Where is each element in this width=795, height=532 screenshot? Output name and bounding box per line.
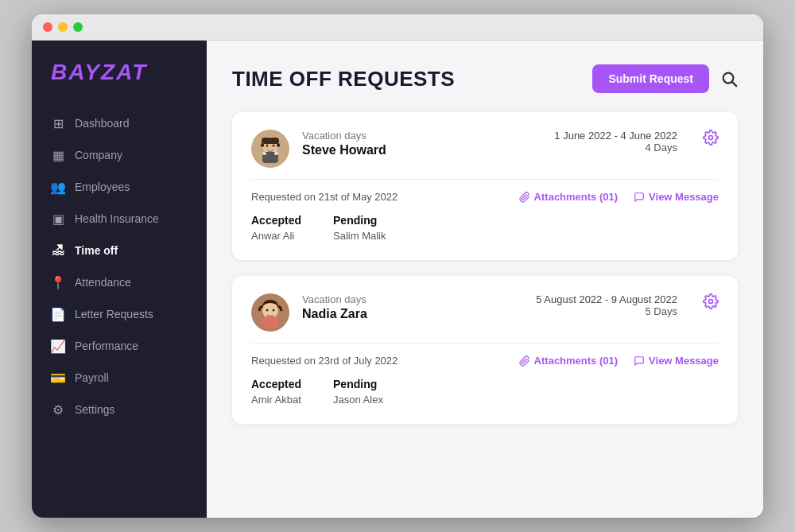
settings-icon[interactable] bbox=[703, 130, 719, 150]
avatar bbox=[251, 293, 289, 332]
svg-line-1 bbox=[732, 82, 736, 86]
header-actions: Submit Request bbox=[592, 64, 738, 93]
employee-name: Nadia Zara bbox=[302, 307, 523, 321]
titlebar bbox=[32, 14, 763, 41]
message-icon bbox=[634, 192, 645, 203]
sidebar-item-payroll[interactable]: 💳 Payroll bbox=[32, 362, 207, 394]
divider bbox=[251, 343, 719, 344]
submit-request-button[interactable]: Submit Request bbox=[592, 64, 709, 93]
attendance-icon: 📍 bbox=[51, 275, 65, 289]
status-group: Accepted Anwar Ali bbox=[251, 214, 301, 243]
avatar bbox=[251, 130, 289, 168]
settings-icon: ⚙ bbox=[51, 402, 65, 417]
card-top: Vacation days Steve Howard 1 June 2022 -… bbox=[251, 130, 719, 168]
request-card-req1: Vacation days Steve Howard 1 June 2022 -… bbox=[232, 112, 738, 260]
sidebar-label-employees: Employees bbox=[75, 181, 130, 193]
svg-point-16 bbox=[266, 309, 269, 312]
sidebar-label-company: Company bbox=[75, 149, 122, 161]
sidebar-nav: ⊞ Dashboard ▦ Company 👥 Employees ▣ Heal… bbox=[32, 107, 207, 425]
app-window: BAYZAT ⊞ Dashboard ▦ Company 👥 Employees… bbox=[32, 14, 763, 518]
company-icon: ▦ bbox=[51, 148, 65, 162]
card-info: Vacation days Nadia Zara bbox=[302, 293, 523, 321]
leave-type: Vacation days bbox=[302, 293, 523, 305]
status-group: Pending Salim Malik bbox=[333, 214, 386, 243]
leave-type: Vacation days bbox=[302, 130, 541, 142]
employee-name: Steve Howard bbox=[302, 143, 541, 157]
svg-point-7 bbox=[273, 145, 275, 147]
sidebar-label-dashboard: Dashboard bbox=[75, 117, 130, 130]
card-date-section: 1 June 2022 - 4 June 2022 4 Days bbox=[554, 130, 677, 153]
main-content: TIME OFF REQUESTS Submit Request bbox=[207, 41, 763, 518]
status-group: Accepted Amir Akbat bbox=[251, 378, 301, 406]
requested-on: Requested on 21st of May 2022 bbox=[251, 191, 398, 203]
sidebar-label-time-off: Time off bbox=[75, 244, 118, 257]
requests-container: Vacation days Steve Howard 1 June 2022 -… bbox=[232, 112, 738, 424]
paperclip-icon bbox=[519, 192, 530, 203]
payroll-icon: 💳 bbox=[51, 371, 65, 385]
request-card-req2: Vacation days Nadia Zara 5 August 2022 -… bbox=[232, 276, 738, 424]
card-date-section: 5 August 2022 - 9 August 2022 5 Days bbox=[536, 293, 677, 317]
sidebar-label-health-insurance: Health Insurance bbox=[75, 212, 159, 225]
sidebar-item-dashboard[interactable]: ⊞ Dashboard bbox=[32, 107, 207, 139]
status-person: Jason Alex bbox=[333, 394, 383, 406]
view-message-link[interactable]: View Message bbox=[634, 191, 719, 203]
page-title: TIME OFF REQUESTS bbox=[232, 67, 455, 91]
status-label: Pending bbox=[333, 214, 386, 227]
card-bottom: Accepted Anwar Ali Pending Salim Malik bbox=[251, 214, 719, 243]
sidebar-label-attendance: Attendance bbox=[75, 276, 131, 289]
app-body: BAYZAT ⊞ Dashboard ▦ Company 👥 Employees… bbox=[32, 41, 763, 518]
card-info: Vacation days Steve Howard bbox=[302, 130, 541, 157]
day-count: 4 Days bbox=[554, 142, 677, 153]
sidebar-item-performance[interactable]: 📈 Performance bbox=[32, 330, 207, 362]
message-icon bbox=[634, 355, 645, 367]
sidebar-item-health-insurance[interactable]: ▣ Health Insurance bbox=[32, 203, 207, 235]
sidebar-label-settings: Settings bbox=[75, 403, 115, 416]
search-button[interactable] bbox=[720, 70, 738, 87]
sidebar-item-settings[interactable]: ⚙ Settings bbox=[32, 394, 207, 425]
status-label: Pending bbox=[333, 378, 383, 390]
sidebar-label-letter-requests: Letter Requests bbox=[75, 308, 153, 320]
card-top: Vacation days Nadia Zara 5 August 2022 -… bbox=[251, 293, 719, 332]
sidebar-item-attendance[interactable]: 📍 Attendance bbox=[32, 266, 207, 298]
minimize-dot[interactable] bbox=[58, 22, 68, 32]
sidebar-item-time-off[interactable]: 🏖 Time off bbox=[32, 235, 207, 266]
sidebar: BAYZAT ⊞ Dashboard ▦ Company 👥 Employees… bbox=[32, 41, 207, 518]
date-range: 5 August 2022 - 9 August 2022 bbox=[536, 293, 677, 305]
status-person: Amir Akbat bbox=[251, 394, 301, 406]
search-icon bbox=[720, 70, 738, 87]
maximize-dot[interactable] bbox=[73, 22, 83, 32]
card-bottom: Accepted Amir Akbat Pending Jason Alex bbox=[251, 378, 719, 406]
logo: BAYZAT bbox=[32, 60, 207, 107]
close-dot[interactable] bbox=[43, 22, 52, 32]
letter-requests-icon: 📄 bbox=[51, 307, 65, 321]
paperclip-icon bbox=[519, 355, 530, 367]
svg-point-17 bbox=[273, 309, 275, 312]
attachments-link[interactable]: Attachments (01) bbox=[519, 191, 618, 203]
svg-point-6 bbox=[266, 145, 269, 147]
mid-actions: Attachments (01) View Message bbox=[519, 191, 719, 203]
sidebar-label-payroll: Payroll bbox=[75, 371, 109, 384]
status-person: Salim Malik bbox=[333, 230, 386, 242]
main-header: TIME OFF REQUESTS Submit Request bbox=[232, 64, 738, 93]
performance-icon: 📈 bbox=[51, 339, 65, 353]
divider bbox=[251, 179, 719, 180]
svg-rect-9 bbox=[261, 143, 264, 147]
sidebar-label-performance: Performance bbox=[75, 340, 138, 352]
sidebar-item-employees[interactable]: 👥 Employees bbox=[32, 171, 207, 203]
svg-rect-8 bbox=[262, 138, 279, 144]
card-middle: Requested on 21st of May 2022 Attachment… bbox=[251, 191, 719, 203]
sidebar-item-letter-requests[interactable]: 📄 Letter Requests bbox=[32, 298, 207, 330]
requested-on: Requested on 23rd of July 2022 bbox=[251, 355, 398, 367]
day-count: 5 Days bbox=[536, 305, 677, 317]
svg-rect-18 bbox=[262, 316, 278, 328]
svg-point-19 bbox=[709, 300, 713, 304]
health-insurance-icon: ▣ bbox=[51, 212, 65, 226]
settings-icon[interactable] bbox=[703, 293, 719, 313]
status-label: Accepted bbox=[251, 378, 301, 390]
sidebar-item-company[interactable]: ▦ Company bbox=[32, 139, 207, 171]
svg-rect-10 bbox=[277, 143, 280, 147]
mid-actions: Attachments (01) View Message bbox=[519, 355, 719, 367]
svg-point-13 bbox=[709, 136, 713, 140]
attachments-link[interactable]: Attachments (01) bbox=[519, 355, 618, 367]
view-message-link[interactable]: View Message bbox=[634, 355, 719, 367]
